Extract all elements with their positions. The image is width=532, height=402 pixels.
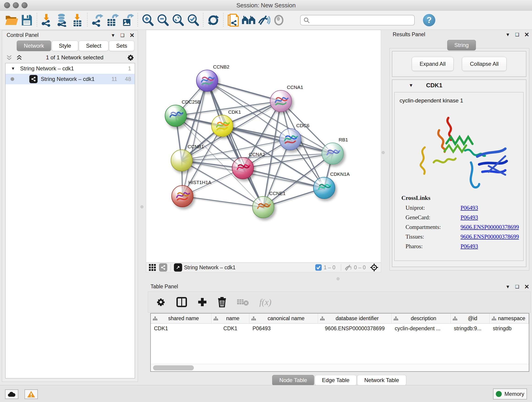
node-rb1[interactable]	[322, 143, 344, 165]
node-label-ccne1: CCNE1	[269, 191, 285, 196]
column-header-database-identifier[interactable]: database identifier	[318, 313, 392, 323]
node-label-ccnb1: CCNB1	[188, 144, 204, 149]
tab-network[interactable]: Network	[17, 41, 51, 51]
import-network-file-button[interactable]	[39, 13, 55, 28]
export-network-button[interactable]	[90, 13, 105, 28]
node-hist1h1a[interactable]	[171, 185, 193, 207]
network-snapshot-button[interactable]	[226, 13, 241, 28]
left-splitter-handle[interactable]	[140, 205, 143, 208]
crosslink-link[interactable]: P06493	[461, 205, 478, 211]
node-ccne1[interactable]	[252, 196, 274, 218]
status-bar: Memory	[0, 385, 532, 402]
crosslink-link[interactable]: 9606.ENSP00000378699	[461, 234, 519, 240]
edge-hist1h1a-ccne1[interactable]	[182, 196, 263, 207]
zoom-in-button[interactable]	[140, 13, 155, 28]
search-input[interactable]	[300, 15, 415, 26]
expand-all-button[interactable]: Expand All	[412, 57, 454, 71]
node-cdc25b[interactable]	[165, 105, 187, 127]
delete-column-icon[interactable]	[218, 297, 226, 307]
network-row[interactable]: String Network – cdk1 11 48	[6, 74, 135, 84]
disclosure-triangle-icon[interactable]: ▼	[11, 66, 15, 71]
column-header-namespace[interactable]: namespace	[490, 313, 529, 323]
node-label-rb1: RB1	[339, 137, 348, 143]
node-cdk1[interactable]	[211, 115, 233, 137]
collapse-all-icon[interactable]	[6, 54, 13, 61]
export-table-icon	[106, 13, 119, 27]
open-session-button[interactable]	[4, 13, 19, 28]
network-share-icon[interactable]	[159, 263, 167, 272]
select-columns-icon[interactable]	[177, 297, 187, 307]
import-network-database-button[interactable]	[55, 13, 70, 28]
node-ccnb2[interactable]	[196, 70, 218, 92]
close-panel-icon[interactable]: ✕	[524, 284, 529, 290]
crosslink-row: Pharos:P06493	[394, 243, 523, 249]
edge-ccnb2-ccna1[interactable]	[207, 81, 281, 101]
panel-menu-icon[interactable]: ▼	[111, 33, 115, 38]
gear-icon[interactable]	[127, 54, 134, 61]
node-cdc6[interactable]	[279, 128, 301, 150]
node-ccnb1[interactable]	[171, 149, 193, 172]
tab-node-table[interactable]: Node Table	[272, 375, 314, 385]
horizontal-splitter-handle[interactable]	[336, 277, 340, 280]
cloud-button[interactable]	[5, 389, 18, 399]
column-header-id[interactable]: @id	[451, 313, 490, 323]
gear-icon[interactable]	[156, 297, 166, 307]
zoom-out-button[interactable]	[155, 13, 171, 28]
close-panel-icon[interactable]: ✕	[129, 32, 134, 38]
add-column-icon[interactable]	[197, 297, 207, 307]
crosslink-link[interactable]: P06493	[461, 243, 478, 249]
export-table-button[interactable]	[105, 13, 120, 28]
float-panel-icon[interactable]: ❑	[515, 284, 519, 289]
panel-menu-icon[interactable]: ▼	[505, 32, 510, 37]
node-cdkn1a[interactable]	[313, 177, 335, 199]
gray-eye-button[interactable]	[271, 13, 286, 28]
network-collection-row[interactable]: ▼ String Network – cdk1 1	[6, 63, 135, 74]
toolbar-separator	[87, 13, 88, 27]
crosshair-icon[interactable]	[370, 263, 379, 272]
float-panel-icon[interactable]: ❑	[515, 32, 519, 37]
network-canvas[interactable]: CCNB2CCNA1CDC25BCDK1CDC6RB1CCNB1CCNA2CDK…	[146, 30, 381, 263]
node-ccna2[interactable]	[232, 157, 254, 179]
node-ccna1[interactable]	[270, 90, 292, 112]
crosslink-label: Pharos:	[405, 243, 461, 249]
hidden-eye-icon[interactable]	[344, 264, 352, 271]
float-panel-icon[interactable]: ❑	[120, 33, 124, 38]
zoom-fit-button[interactable]	[171, 13, 186, 28]
refresh-button[interactable]	[206, 13, 221, 28]
table-row[interactable]: CDK1CDK1P064939606.ENSP00000378699cyclin…	[151, 324, 529, 333]
column-header-canonical-name[interactable]: canonical name	[249, 313, 318, 323]
tab-select[interactable]: Select	[79, 41, 108, 51]
birdseye-view-icon[interactable]	[174, 263, 182, 272]
help-button[interactable]: ?	[423, 14, 435, 26]
column-header-shared-name[interactable]: shared name	[151, 313, 211, 323]
export-image-button[interactable]	[120, 13, 135, 28]
tab-network-table[interactable]: Network Table	[357, 375, 406, 385]
expand-all-icon[interactable]	[16, 54, 23, 61]
right-splitter-handle[interactable]	[382, 151, 385, 154]
selected-checkbox-icon[interactable]	[315, 264, 322, 271]
warnings-button[interactable]	[25, 389, 38, 399]
tab-sets[interactable]: Sets	[109, 41, 134, 51]
column-header-name[interactable]: name	[211, 313, 249, 323]
crosslink-link[interactable]: P06493	[461, 214, 478, 221]
save-session-button[interactable]	[19, 13, 34, 28]
collapse-all-button[interactable]: Collapse All	[462, 57, 507, 71]
tab-string[interactable]: String	[447, 40, 476, 51]
import-table-file-button[interactable]	[70, 13, 85, 28]
memory-button[interactable]: Memory	[493, 389, 527, 400]
column-header-description[interactable]: description	[392, 313, 451, 323]
show-hide-button[interactable]	[256, 13, 271, 28]
first-neighbors-button[interactable]	[241, 13, 256, 28]
edge-ccnb2-ccne1[interactable]	[207, 81, 263, 207]
panel-menu-icon[interactable]: ▼	[505, 284, 510, 289]
collection-label: String Network – cdk1	[20, 65, 74, 72]
crosslink-link[interactable]: 9606.ENSP00000378699	[461, 224, 519, 230]
scrollbar-thumb[interactable]	[153, 365, 194, 370]
horizontal-scrollbar[interactable]	[151, 364, 529, 371]
zoom-selected-button[interactable]	[186, 13, 201, 28]
tab-style[interactable]: Style	[52, 41, 78, 51]
grid-view-icon[interactable]	[148, 264, 156, 271]
tab-edge-table[interactable]: Edge Table	[315, 375, 356, 385]
close-panel-icon[interactable]: ✕	[524, 32, 529, 38]
disclosure-triangle-icon[interactable]: ▼	[409, 83, 413, 88]
